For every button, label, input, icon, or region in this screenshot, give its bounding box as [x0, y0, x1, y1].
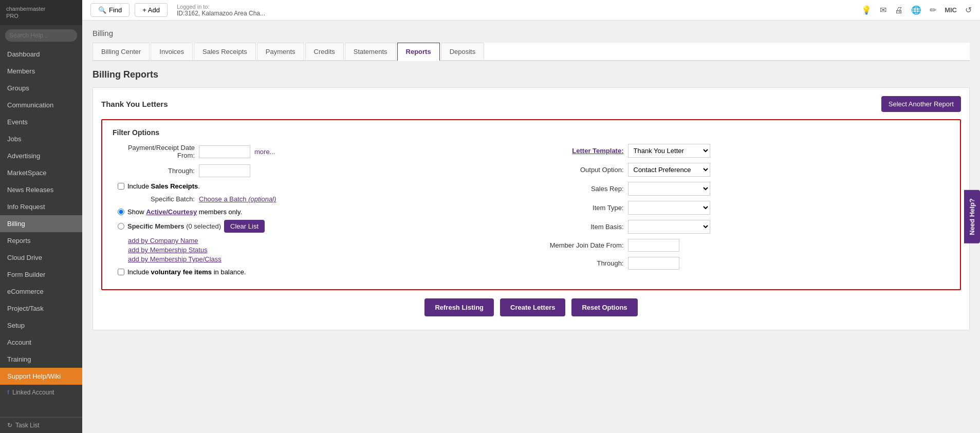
- member-join-from-label: Member Join Date From:: [542, 241, 624, 249]
- filter-options-box: Filter Options Payment/Receipt Date From…: [101, 119, 961, 290]
- active-courtesy-link[interactable]: Active/Courtesy: [146, 208, 197, 216]
- create-letters-button[interactable]: Create Letters: [500, 298, 565, 316]
- sidebar-item-account[interactable]: Account: [0, 334, 82, 351]
- letter-template-row: Letter Template: Thank You Letter: [542, 144, 950, 158]
- edit-icon[interactable]: ✏: [930, 5, 936, 15]
- sidebar-item-form-builder[interactable]: Form Builder: [0, 266, 82, 283]
- sidebar-item-advertising[interactable]: Advertising: [0, 147, 82, 164]
- item-type-label: Item Type:: [542, 204, 624, 212]
- member-join-through-input[interactable]: [628, 257, 679, 270]
- sidebar-item-cloud-drive[interactable]: Cloud Drive: [0, 249, 82, 266]
- sidebar-item-marketspace[interactable]: MarketSpace: [0, 164, 82, 181]
- letter-template-select[interactable]: Thank You Letter: [628, 144, 710, 158]
- letter-template-label: Letter Template:: [542, 147, 624, 155]
- letter-template-link[interactable]: Letter Template:: [572, 147, 623, 155]
- sidebar-item-news-releases[interactable]: News Releases: [0, 181, 82, 198]
- item-type-row: Item Type:: [542, 201, 950, 215]
- add-by-membership-type-link[interactable]: add by Membership Type/Class: [128, 255, 521, 263]
- payment-date-from-input[interactable]: [199, 145, 250, 158]
- report-section: Thank You Letters Select Another Report …: [93, 87, 970, 330]
- select-another-report-button[interactable]: Select Another Report: [881, 96, 961, 112]
- sidebar-item-project-task[interactable]: Project/Task: [0, 300, 82, 317]
- payment-date-label: Payment/Receipt Date From:: [113, 144, 195, 159]
- tab-statements[interactable]: Statements: [345, 43, 396, 60]
- refresh-icon[interactable]: ↺: [965, 5, 972, 15]
- sidebar-item-communication[interactable]: Communication: [0, 97, 82, 114]
- include-voluntary-checkbox[interactable]: [118, 269, 124, 275]
- include-sales-receipts-row: Include Sales Receiptsin balance..: [113, 182, 521, 190]
- report-header: Thank You Letters Select Another Report: [101, 96, 961, 112]
- linked-account[interactable]: f Linked Account: [0, 385, 82, 400]
- mic-button[interactable]: MIC: [945, 6, 957, 14]
- tab-credits[interactable]: Credits: [305, 43, 344, 60]
- refresh-listing-button[interactable]: Refresh Listing: [424, 298, 494, 316]
- filter-left: Payment/Receipt Date From: more... Throu…: [113, 144, 521, 281]
- login-info: Logged in to: ID:3162, Kalamazoo Area Ch…: [177, 4, 265, 17]
- sales-rep-row: Sales Rep:: [542, 182, 950, 196]
- item-basis-row: Item Basis:: [542, 220, 950, 234]
- member-join-through-row: Through:: [542, 257, 950, 270]
- output-option-select[interactable]: Contact Preference Email Print: [628, 163, 710, 177]
- sidebar-item-groups[interactable]: Groups: [0, 80, 82, 97]
- choose-batch-link[interactable]: Choose a Batch (optional): [199, 195, 276, 203]
- reset-options-button[interactable]: Reset Options: [571, 298, 637, 316]
- show-active-row: Show Active/Courtesy members only.: [113, 208, 521, 216]
- sidebar-item-members[interactable]: Members: [0, 63, 82, 80]
- sidebar-item-events[interactable]: Events: [0, 114, 82, 130]
- specific-members-row: Specific Members (0 selected) Clear List: [113, 220, 521, 233]
- tab-reports[interactable]: Reports: [397, 43, 440, 61]
- more-link[interactable]: more...: [254, 148, 275, 156]
- need-help-tab[interactable]: Need Help?: [964, 190, 980, 243]
- print-icon[interactable]: 🖨: [895, 6, 903, 15]
- tab-billing-center[interactable]: Billing Center: [93, 43, 150, 60]
- task-list[interactable]: ↻ Task List: [0, 417, 82, 433]
- output-option-row: Output Option: Contact Preference Email …: [542, 163, 950, 177]
- sidebar-item-support[interactable]: Support Help/Wiki: [0, 368, 82, 385]
- find-button[interactable]: 🔍 Find: [90, 3, 130, 17]
- item-type-select[interactable]: [628, 201, 710, 215]
- include-label: Include Sales Receiptsin balance..: [127, 182, 200, 190]
- globe-icon[interactable]: 🌐: [911, 5, 921, 15]
- clear-list-button[interactable]: Clear List: [224, 220, 265, 233]
- report-title: Thank You Letters: [101, 100, 168, 108]
- include-voluntary-row: Include voluntary fee items in balance.: [113, 268, 521, 276]
- sales-rep-select[interactable]: [628, 182, 710, 196]
- add-button[interactable]: + Add: [135, 3, 168, 17]
- refresh-icon: ↻: [7, 422, 12, 429]
- sales-rep-label: Sales Rep:: [542, 185, 624, 193]
- add-by-company-name-link[interactable]: add by Company Name: [128, 237, 521, 244]
- page-title: Billing Reports: [93, 69, 970, 80]
- main-content: 🔍 Find + Add Logged in to: ID:3162, Kala…: [82, 0, 980, 433]
- billing-header: Billing: [93, 29, 970, 37]
- filter-title: Filter Options: [113, 128, 950, 137]
- search-input[interactable]: [5, 29, 77, 42]
- through-input[interactable]: [199, 164, 250, 177]
- add-by-membership-status-link[interactable]: add by Membership Status: [128, 246, 521, 254]
- sidebar-item-reports[interactable]: Reports: [0, 232, 82, 249]
- specific-members-radio[interactable]: [118, 223, 124, 230]
- mail-icon[interactable]: ✉: [880, 5, 886, 15]
- sidebar-item-billing[interactable]: Billing: [0, 215, 82, 232]
- tab-deposits[interactable]: Deposits: [441, 43, 485, 60]
- member-join-from-input[interactable]: [628, 239, 679, 252]
- sidebar-item-dashboard[interactable]: Dashboard: [0, 46, 82, 63]
- sidebar-item-training[interactable]: Training: [0, 351, 82, 368]
- item-basis-label: Item Basis:: [542, 223, 624, 231]
- show-active-radio[interactable]: [118, 209, 124, 215]
- help-icon[interactable]: 💡: [861, 5, 872, 15]
- sidebar-item-ecommerce[interactable]: eCommerce: [0, 283, 82, 300]
- sidebar-item-setup[interactable]: Setup: [0, 317, 82, 334]
- tab-payments[interactable]: Payments: [257, 43, 304, 60]
- specific-batch-row: Specific Batch: Choose a Batch (optional…: [113, 195, 521, 203]
- tab-invoices[interactable]: Invoices: [151, 43, 193, 60]
- item-basis-select[interactable]: [628, 220, 710, 234]
- output-option-label: Output Option:: [542, 166, 624, 174]
- sidebar-item-jobs[interactable]: Jobs: [0, 130, 82, 147]
- tab-sales-receipts[interactable]: Sales Receipts: [194, 43, 256, 60]
- app-name: chambermaster: [6, 5, 76, 12]
- topbar-right-actions: 💡 ✉ 🖨 🌐 ✏ MIC ↺: [861, 5, 972, 15]
- include-sales-receipts-checkbox[interactable]: [118, 183, 124, 190]
- app-sub: PRO: [6, 12, 76, 20]
- sidebar-item-info-request[interactable]: Info Request: [0, 198, 82, 215]
- specific-members-label: Specific Members (0 selected): [127, 222, 221, 230]
